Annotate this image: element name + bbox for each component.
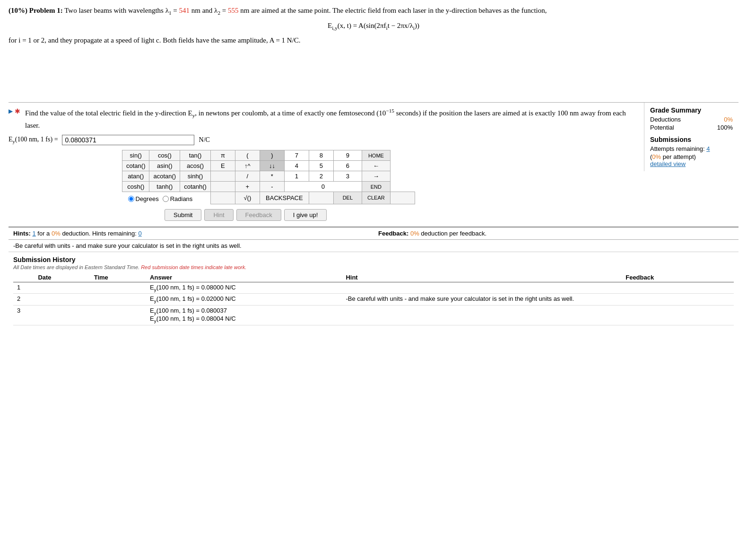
btn-acotan[interactable]: acotan(): [149, 171, 180, 182]
radians-radio[interactable]: [163, 196, 169, 202]
history-table: Date Time Answer Hint Feedback 1 Ey(100 …: [13, 273, 734, 325]
hints-label: Hints:: [13, 230, 31, 237]
btn-cotanh[interactable]: cotanh(): [180, 182, 211, 192]
btn-sqrt[interactable]: √(): [235, 192, 260, 204]
row3-time: [90, 305, 146, 325]
btn-home[interactable]: HOME: [362, 150, 390, 161]
answer-input[interactable]: [62, 135, 194, 145]
subproblem-text: Find the value of the total electric fie…: [25, 106, 634, 131]
hints-for: for a: [37, 230, 52, 237]
hints-count[interactable]: 1: [32, 230, 35, 237]
hint-button: Hint: [204, 209, 233, 221]
btn-divide[interactable]: /: [235, 171, 260, 182]
btn-lparen[interactable]: (: [235, 150, 260, 161]
play-icon: ▶: [9, 108, 13, 115]
feedback-section: Feedback: 0% deduction per feedback.: [378, 230, 734, 237]
buttons-row: Submit Hint Feedback I give up!: [165, 209, 738, 221]
btn-asin[interactable]: asin(): [149, 161, 180, 171]
propagate-text: for i = 1 or 2, and they propagate at a …: [9, 35, 738, 46]
lambda2-sub: 2: [217, 10, 220, 16]
row3-hint: [342, 305, 622, 325]
btn-cosh[interactable]: cosh(): [122, 182, 149, 192]
submissions-section: Submissions Attempts remaining: 4 (0% pe…: [650, 136, 733, 167]
btn-tanh[interactable]: tanh(): [149, 182, 180, 192]
page-container: (10%) Problem 1: Two laser beams with wa…: [0, 0, 747, 334]
eq-equals1: =: [173, 7, 179, 14]
problem-text1: Two laser beams with wavelengths λ: [64, 7, 169, 14]
radians-label[interactable]: Radians: [163, 195, 193, 202]
hints-remaining[interactable]: 0: [139, 230, 142, 237]
btn-down[interactable]: ↓↓: [260, 161, 284, 171]
hints-deduct: 0%: [52, 230, 61, 237]
btn-acos[interactable]: acos(): [180, 161, 211, 171]
asterisk-icon: ✱: [15, 107, 20, 115]
btn-rparen[interactable]: ): [260, 150, 284, 161]
hints-deduct-rest: deduction. Hints remaining:: [62, 230, 138, 237]
hints-section: Hints: 1 for a 0% deduction. Hints remai…: [13, 230, 369, 237]
col-answer-header: Answer: [146, 273, 342, 282]
potential-row: Potential 100%: [650, 124, 733, 131]
grade-summary-title: Grade Summary: [650, 106, 733, 114]
btn-plus[interactable]: +: [235, 182, 260, 192]
btn-tan[interactable]: tan(): [180, 150, 211, 161]
btn-pi[interactable]: π: [210, 150, 235, 161]
btn-8[interactable]: 8: [309, 150, 333, 161]
degrees-label[interactable]: Degrees: [128, 195, 159, 202]
btn-7[interactable]: 7: [284, 150, 309, 161]
btn-cotan[interactable]: cotan(): [122, 161, 149, 171]
btn-backspace[interactable]: BACKSPACE: [260, 192, 309, 204]
btn-5[interactable]: 5: [309, 161, 333, 171]
row3-num: 3: [13, 305, 34, 325]
detailed-view-link[interactable]: detailed view: [650, 160, 686, 167]
equation-display: Ei,y(x, t) = A(sin(2πfit − 2πx/λi)): [9, 22, 738, 31]
btn-minus[interactable]: -: [260, 182, 284, 192]
row1-hint: [342, 282, 622, 294]
col-num-header: [13, 273, 34, 282]
btn-empty1: [210, 171, 235, 182]
degrees-radians: Degrees Radians: [128, 195, 207, 202]
attempts-value[interactable]: 4: [706, 145, 710, 152]
row2-answer: Ey(100 nm, 1 fs) = 0.02000 N/C: [146, 294, 342, 306]
btn-sin[interactable]: sin(): [122, 150, 149, 161]
btn-9[interactable]: 9: [333, 150, 362, 161]
row1-feedback: [622, 282, 734, 294]
subproblem-wrapper: Grade Summary Deductions 0% Potential 10…: [9, 102, 738, 221]
give-up-button[interactable]: I give up!: [284, 209, 327, 221]
feedback-label: Feedback:: [378, 230, 408, 237]
hints-feedback-bar: Hints: 1 for a 0% deduction. Hints remai…: [9, 227, 738, 240]
submit-button[interactable]: Submit: [165, 209, 201, 221]
col-date-header: Date: [34, 273, 90, 282]
potential-value: 100%: [717, 124, 733, 131]
hint-text-row: -Be careful with units - and make sure y…: [9, 240, 738, 252]
btn-atan[interactable]: atan(): [122, 171, 149, 182]
btn-2[interactable]: 2: [309, 171, 333, 182]
btn-empty5: [390, 192, 415, 204]
btn-left[interactable]: ←: [362, 161, 390, 171]
submissions-title: Submissions: [650, 136, 733, 143]
btn-del[interactable]: DEL: [333, 192, 362, 204]
btn-sinh[interactable]: sinh(): [180, 171, 211, 182]
answer-unit: N/C: [199, 136, 210, 144]
row1-answer: Ey(100 nm, 1 fs) = 0.08000 N/C: [146, 282, 342, 294]
btn-1[interactable]: 1: [284, 171, 309, 182]
degrees-radio[interactable]: [128, 196, 134, 202]
row3-answer: Ey(100 nm, 1 fs) = 0.080037 Ey(100 nm, 1…: [146, 305, 342, 325]
btn-6[interactable]: 6: [333, 161, 362, 171]
btn-empty3: [210, 192, 235, 204]
submission-history-subtitle: All Date times are displayed in Eastern …: [13, 264, 734, 270]
row2-hint: -Be careful with units - and make sure y…: [342, 294, 622, 306]
table-row: 3 Ey(100 nm, 1 fs) = 0.080037 Ey(100 nm,…: [13, 305, 734, 325]
btn-multiply[interactable]: *: [260, 171, 284, 182]
lambda2-val: 555: [228, 7, 239, 14]
table-row: 1 Ey(100 nm, 1 fs) = 0.08000 N/C: [13, 282, 734, 294]
btn-up[interactable]: ↑^: [235, 161, 260, 171]
btn-empty4: [309, 192, 333, 204]
btn-clear[interactable]: CLEAR: [362, 192, 390, 204]
btn-4[interactable]: 4: [284, 161, 309, 171]
btn-e[interactable]: E: [210, 161, 235, 171]
btn-right[interactable]: →: [362, 171, 390, 182]
btn-end[interactable]: END: [362, 182, 390, 192]
btn-cos[interactable]: cos(): [149, 150, 180, 161]
btn-0[interactable]: 0: [284, 182, 362, 192]
btn-3[interactable]: 3: [333, 171, 362, 182]
